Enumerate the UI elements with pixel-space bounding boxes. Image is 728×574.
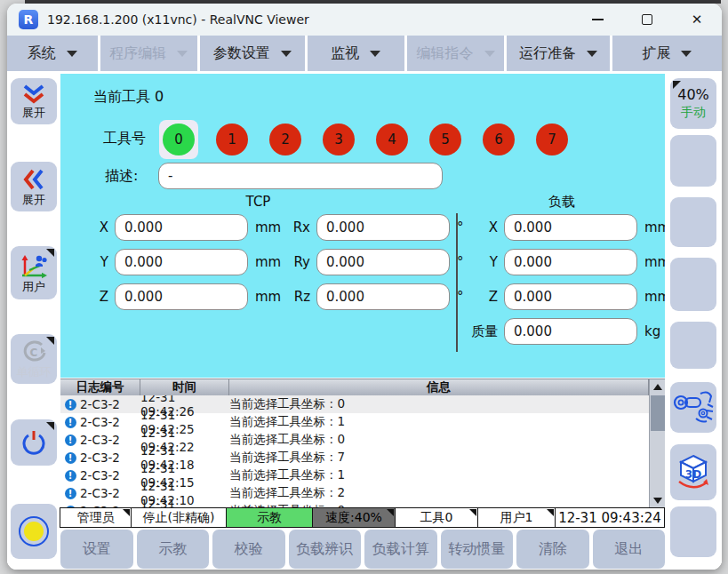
right-toolbar-button-4[interactable]: [670, 258, 716, 311]
log-message: 当前选择工具坐标：1: [229, 414, 665, 430]
tool-2-button[interactable]: 2: [266, 120, 305, 159]
tool-6-button[interactable]: 6: [479, 120, 518, 159]
log-message: 当前选择工具坐标：7: [229, 450, 665, 466]
right-toolbar-button-8[interactable]: [670, 506, 716, 557]
user-role-status[interactable]: 管理员: [60, 507, 132, 528]
menu-edit-instruction[interactable]: 编辑指令: [407, 36, 504, 71]
speed-status[interactable]: 速度:40%: [312, 507, 396, 528]
menu-label: 扩展: [642, 44, 670, 63]
user-label: 用户: [22, 281, 45, 293]
description-input[interactable]: -: [158, 163, 443, 189]
scroll-up-button[interactable]: [650, 379, 666, 394]
tool-1-button[interactable]: 1: [212, 120, 252, 159]
tool-0-button[interactable]: 0: [159, 120, 198, 159]
expand-down-button[interactable]: 展开: [11, 78, 57, 124]
tcp-x-input[interactable]: 0.000: [115, 214, 248, 241]
load-y-input[interactable]: 0.000: [504, 249, 637, 275]
info-icon: [65, 452, 76, 464]
right-toolbar-button-3[interactable]: [670, 197, 716, 247]
load-identify-button[interactable]: 负载辨识: [289, 530, 362, 569]
tcp-y-input[interactable]: 0.000: [115, 249, 248, 275]
main-area: 当前工具 0 工具号 0 1 2 3 4 5 6 7 描述: - TCP: [60, 71, 665, 570]
status-indicator-button[interactable]: [11, 504, 57, 559]
speed-value: 40%: [677, 86, 709, 103]
drag-teach-button[interactable]: [670, 382, 716, 433]
exit-button[interactable]: 退出: [593, 530, 666, 569]
axis-label: Rz: [284, 289, 310, 305]
clear-button[interactable]: 清除: [516, 530, 589, 569]
tool-circle: 5: [429, 124, 461, 155]
settings-button[interactable]: 设置: [60, 530, 133, 569]
single-cycle-button[interactable]: C 单循环: [11, 334, 57, 384]
log-message: 当前选择工具坐标：0: [229, 396, 665, 412]
expand-left-button[interactable]: 展开: [11, 162, 57, 211]
log-header-msg: 信息: [229, 379, 649, 395]
robot-drag-icon: [671, 388, 716, 427]
log-header-id: 日志编号: [60, 379, 140, 395]
scroll-down-button[interactable]: [650, 493, 666, 507]
right-toolbar-button-5[interactable]: [670, 322, 716, 369]
maximize-button[interactable]: [622, 4, 672, 36]
tcp-row-z: Z 0.000 mm Rz 0.000 °: [94, 283, 464, 310]
menu-monitor[interactable]: 监视: [308, 36, 404, 71]
menu-extension[interactable]: 扩展: [612, 36, 722, 71]
log-id: 2-C3-2: [80, 415, 140, 429]
log-table-body: 2-C3-2 12-31 09:42:26 当前选择工具坐标：0 2-C3-2 …: [60, 395, 665, 507]
tool-7-button[interactable]: 7: [532, 120, 572, 159]
axis-label: Z: [94, 289, 108, 305]
tool-status[interactable]: 工具0: [395, 507, 478, 528]
tool-number-selector: 0 1 2 3 4 5 6 7: [159, 120, 572, 159]
verify-button[interactable]: 校验: [212, 530, 285, 569]
load-mass-input[interactable]: 0.000: [504, 318, 637, 345]
menu-parameter-settings[interactable]: 参数设置: [200, 36, 305, 71]
log-id: 2-C3-2: [80, 468, 140, 482]
tcp-rx-input[interactable]: 0.000: [316, 214, 450, 241]
info-icon: [65, 399, 76, 411]
tool-4-button[interactable]: 4: [372, 120, 412, 159]
title-bar: R 192.168.1.200 (x11vnc) - RealVNC Viewe…: [7, 4, 722, 36]
load-parameters: X 0.000 mm Y 0.000 mm Z 0.000 mm: [459, 214, 664, 353]
tcp-ry-input[interactable]: 0.000: [316, 249, 450, 275]
axis-label: X: [459, 219, 498, 235]
load-calculate-button[interactable]: 负载计算: [364, 530, 437, 569]
3d-cube-icon: 3D: [673, 452, 714, 493]
current-tool-label: 当前工具 0: [93, 88, 164, 107]
info-icon: [65, 470, 76, 482]
tool-5-button[interactable]: 5: [426, 120, 465, 159]
close-button[interactable]: ✕: [672, 4, 722, 36]
power-button[interactable]: [11, 419, 57, 466]
tcp-row-y: Y 0.000 mm Ry 0.000 °: [94, 249, 464, 275]
minimize-button[interactable]: [572, 4, 622, 36]
view-3d-button[interactable]: 3D: [670, 444, 716, 500]
info-icon: [65, 417, 76, 428]
speed-mode-button[interactable]: 40% 手动: [670, 78, 716, 129]
log-scrollbar[interactable]: [649, 379, 665, 507]
user-frame-status[interactable]: 用户1: [477, 507, 556, 528]
unit-label: mm: [637, 219, 664, 235]
single-cycle-label: 单循环: [17, 366, 52, 379]
tool-number-label: 工具号: [103, 130, 146, 148]
user-frame-button[interactable]: 用户: [11, 246, 57, 299]
menu-run-prepare[interactable]: 运行准备: [507, 36, 610, 71]
menu-program-edit[interactable]: 程序编辑: [100, 36, 197, 71]
menu-label: 编辑指令: [417, 44, 474, 63]
teach-button[interactable]: 示教: [137, 530, 210, 569]
chevron-down-icon: [281, 51, 292, 57]
tcp-z-input[interactable]: 0.000: [115, 283, 248, 310]
axis-label: Ry: [284, 254, 310, 270]
bottom-button-bar: 设置 示教 校验 负载辨识 负载计算 转动惯量 清除 退出: [60, 530, 665, 569]
tcp-rz-input[interactable]: 0.000: [316, 283, 450, 310]
inertia-button[interactable]: 转动惯量: [441, 530, 514, 569]
tool-3-button[interactable]: 3: [319, 120, 358, 159]
tool-circle: 7: [536, 124, 568, 155]
right-toolbar-button-2[interactable]: [670, 135, 716, 187]
load-z-input[interactable]: 0.000: [504, 283, 637, 310]
single-cycle-icon: C: [20, 339, 48, 364]
scrollbar-thumb[interactable]: [651, 395, 665, 431]
right-toolbar: 40% 手动: [665, 71, 722, 570]
load-row-y: Y 0.000 mm: [459, 249, 664, 275]
load-x-input[interactable]: 0.000: [504, 214, 637, 241]
menu-label: 参数设置: [213, 44, 270, 63]
tool-settings-panel: 当前工具 0 工具号 0 1 2 3 4 5 6 7 描述: - TCP: [60, 74, 665, 378]
menu-system[interactable]: 系统: [7, 36, 98, 71]
